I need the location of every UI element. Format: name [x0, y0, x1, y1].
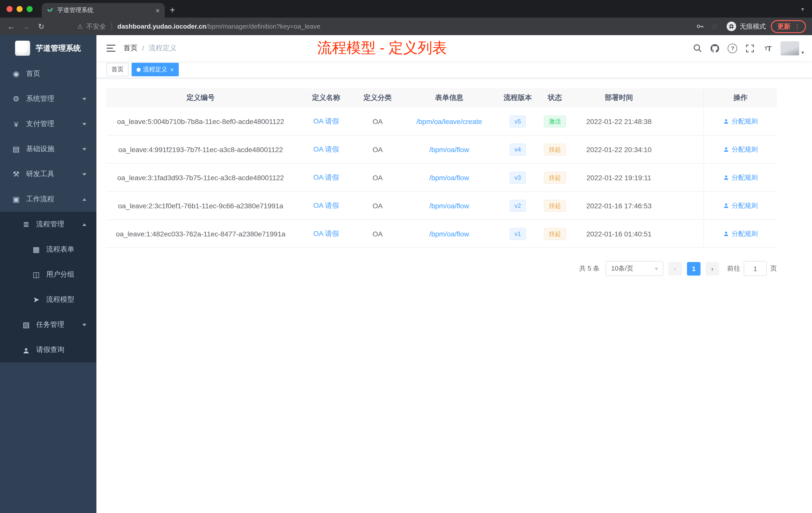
assign-rule-link[interactable]: 分配规则: [723, 117, 758, 126]
sidebar-item-label: 流程管理: [36, 220, 64, 229]
assign-rule-label: 分配规则: [732, 145, 758, 154]
security-label[interactable]: 不安全: [86, 22, 106, 31]
assign-rule-label: 分配规则: [732, 201, 758, 210]
tag-home[interactable]: 首页: [107, 63, 128, 76]
sidebar-item-leave-query[interactable]: 请假查询: [0, 337, 96, 362]
person-icon: [723, 175, 729, 180]
bookmark-star-icon[interactable]: ☆: [709, 21, 720, 31]
sidebar-item-user-group[interactable]: ◫ 用户分组: [0, 262, 96, 287]
browser-tab[interactable]: 芋道管理系统 ×: [42, 3, 165, 18]
table-row: oa_leave:1:482ec033-762a-11ec-8477-a2380…: [107, 220, 777, 248]
sidebar-item-process-form[interactable]: ▦ 流程表单: [0, 237, 96, 262]
app-logo[interactable]: 芋道管理系统: [0, 35, 96, 61]
page-number-button[interactable]: 1: [687, 262, 700, 275]
sidebar-item-payment-mgmt[interactable]: ¥ 支付管理: [0, 112, 96, 137]
assign-rule-link[interactable]: 分配规则: [723, 229, 758, 238]
definition-name-link[interactable]: OA 请假: [313, 117, 339, 126]
assign-rule-link[interactable]: 分配规则: [723, 173, 758, 182]
page-unit-label: 页: [770, 264, 777, 273]
cell-category: OA: [357, 220, 398, 247]
new-tab-button[interactable]: +: [170, 5, 175, 14]
page-size-select[interactable]: 10条/页 ▼: [606, 261, 663, 276]
url-path: /bpm/manager/definition?key=oa_leave: [206, 23, 321, 30]
assign-rule-link[interactable]: 分配规则: [723, 201, 758, 210]
prev-page-button[interactable]: ‹: [668, 262, 682, 275]
tab-close-icon[interactable]: ×: [156, 7, 160, 14]
form-info-link[interactable]: /bpm/oa/flow: [429, 202, 469, 210]
forward-button[interactable]: →: [21, 22, 31, 31]
url-text[interactable]: dashboard.yudao.iocoder.cn/bpm/manager/d…: [117, 23, 321, 30]
goto-label: 前往: [727, 264, 740, 273]
key-icon[interactable]: [695, 21, 704, 31]
form-info-link[interactable]: /bpm/oa/flow: [429, 230, 469, 238]
sidebar-item-dev-tools[interactable]: ⚒ 研发工具: [0, 162, 96, 187]
sidebar-item-system-mgmt[interactable]: ⚙ 系统管理: [0, 86, 96, 112]
form-icon: ▦: [30, 245, 42, 254]
next-page-button[interactable]: ›: [705, 262, 719, 275]
status-badge: 挂起: [544, 200, 566, 212]
definition-name-link[interactable]: OA 请假: [313, 145, 339, 154]
incognito-indicator: 无痕模式: [727, 22, 766, 31]
sidebar-item-label: 用户分组: [46, 270, 74, 279]
col-header-definition-id: 定义编号: [107, 88, 295, 108]
cell-filler: [663, 220, 703, 247]
maximize-window-button[interactable]: [27, 6, 33, 12]
browser-update-button[interactable]: 更新 ⋮: [771, 20, 806, 33]
person-icon: [723, 146, 729, 152]
definition-name-link[interactable]: OA 请假: [313, 173, 339, 182]
version-badge: v4: [510, 143, 526, 155]
tag-close-icon[interactable]: ×: [170, 66, 174, 72]
assign-rule-label: 分配规则: [732, 229, 758, 238]
chevron-up-icon: [82, 198, 86, 201]
tag-process-definition[interactable]: 流程定义 ×: [132, 63, 179, 76]
sidebar-item-workflow[interactable]: ▣ 工作流程: [0, 187, 96, 212]
sidebar-item-home[interactable]: ◉ 首页: [0, 61, 96, 86]
user-avatar[interactable]: ▾: [780, 41, 804, 56]
person-icon: [723, 231, 729, 237]
browser-tabstrip: 芋道管理系统 × + ▾: [0, 0, 812, 18]
omnibox[interactable]: ⚠ 不安全 dashboard.yudao.iocoder.cn/bpm/man…: [51, 22, 690, 31]
close-window-button[interactable]: [6, 6, 12, 12]
form-info-link[interactable]: /bpm/oa/flow: [429, 174, 469, 181]
tab-search-chevron-icon[interactable]: ▾: [801, 6, 812, 18]
navbar-actions: ? TT ▾: [693, 41, 804, 56]
assign-rule-link[interactable]: 分配规则: [723, 145, 758, 154]
chevron-down-icon: [82, 123, 86, 125]
chevron-down-icon: [82, 148, 86, 150]
collapse-sidebar-icon[interactable]: [107, 45, 116, 52]
sidebar-item-infrastructure[interactable]: ▤ 基础设施: [0, 137, 96, 162]
breadcrumb-home[interactable]: 首页: [123, 44, 138, 53]
sidebar-item-process-mgmt[interactable]: ≣ 流程管理: [0, 212, 96, 237]
sidebar-item-process-model[interactable]: ➤ 流程模型: [0, 287, 96, 312]
window-controls: [0, 0, 40, 18]
person-icon: [723, 118, 729, 124]
github-icon[interactable]: [710, 43, 720, 53]
sidebar-menu: ◉ 首页 ⚙ 系统管理 ¥ 支付管理 ▤ 基础设施: [0, 61, 96, 362]
top-navbar: 首页 / 流程定义 流程模型 - 定义列表 ? TT: [96, 35, 812, 61]
definition-name-link[interactable]: OA 请假: [313, 201, 339, 210]
tools-icon: ⚒: [10, 170, 22, 179]
col-header-actions: 操作: [703, 88, 777, 108]
browser-menu-icon[interactable]: ⋮: [794, 23, 801, 30]
font-size-icon[interactable]: TT: [763, 43, 773, 53]
form-info-link[interactable]: /bpm/oa/flow: [429, 145, 469, 153]
table-row: oa_leave:4:991f2193-7b7f-11ec-a3c8-acde4…: [107, 135, 777, 163]
chevron-down-icon: [82, 324, 86, 326]
sidebar-item-task-mgmt[interactable]: ▧ 任务管理: [0, 312, 96, 337]
back-button[interactable]: ←: [6, 22, 16, 31]
goto-page-input[interactable]: [744, 261, 767, 276]
definition-name-link[interactable]: OA 请假: [313, 229, 339, 238]
help-icon[interactable]: ?: [728, 43, 738, 53]
task-icon: ▧: [20, 320, 32, 329]
dashboard-icon: ◉: [10, 69, 22, 78]
breadcrumb: 首页 / 流程定义: [123, 44, 177, 53]
fullscreen-icon[interactable]: [745, 43, 755, 53]
chevron-down-icon: ▼: [654, 266, 659, 271]
sidebar-item-label: 研发工具: [26, 170, 54, 179]
reload-button[interactable]: ↻: [36, 22, 46, 31]
cell-filler: [663, 108, 703, 135]
cell-definition-id: oa_leave:1:482ec033-762a-11ec-8477-a2380…: [107, 220, 295, 247]
search-icon[interactable]: [693, 43, 702, 53]
minimize-window-button[interactable]: [17, 6, 23, 12]
form-info-link[interactable]: /bpm/oa/leave/create: [416, 117, 482, 125]
